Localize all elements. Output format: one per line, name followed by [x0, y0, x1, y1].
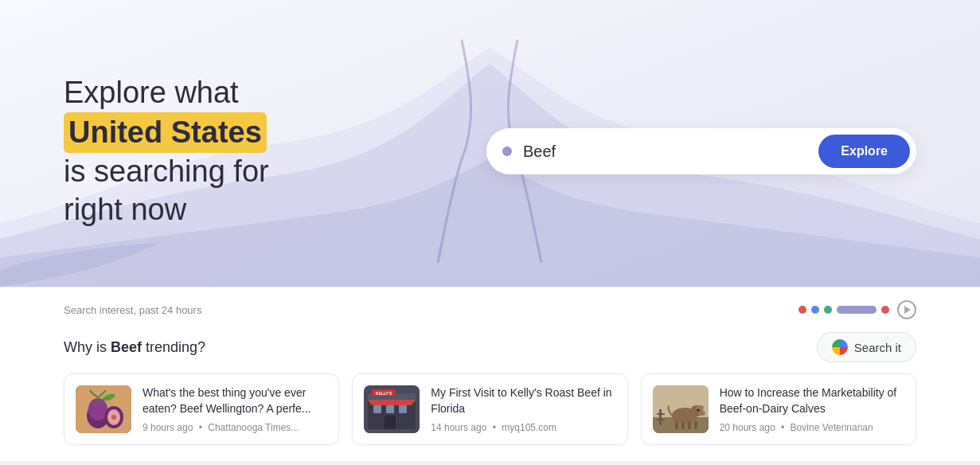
chart-dots: [798, 300, 916, 319]
dot-red2: [881, 306, 889, 314]
card-1-time: 9 hours ago: [143, 422, 193, 433]
card-2-title: My First Visit to Kelly's Roast Beef in …: [431, 385, 615, 416]
svg-rect-10: [373, 405, 381, 413]
svg-rect-23: [688, 421, 691, 429]
search-area: Explore: [486, 128, 916, 174]
card-1-thumbnail: [76, 385, 131, 433]
dot-red: [798, 306, 806, 314]
svg-text:KELLY'S: KELLY'S: [376, 391, 392, 396]
card-3-meta: 20 hours ago • Bovine Veterinarian: [720, 422, 904, 433]
play-icon: [904, 306, 911, 314]
svg-point-26: [697, 409, 699, 412]
title-line2: is searching for: [64, 154, 269, 188]
dot-bar: [837, 306, 877, 314]
hero-section: Explore what United States is searching …: [0, 0, 980, 287]
hero-text-block: Explore what United States is searching …: [64, 74, 269, 229]
cards-row: What's the best thing you've ever eaten?…: [64, 373, 916, 445]
country-highlight: United States: [64, 112, 267, 154]
svg-rect-13: [385, 416, 396, 429]
card-2-info: My First Visit to Kelly's Roast Beef in …: [431, 385, 615, 432]
card-2-thumbnail: KELLY'S: [364, 385, 420, 433]
card-3-time: 20 hours ago: [720, 422, 775, 433]
card-2-time: 14 hours ago: [431, 422, 486, 433]
trending-suffix: trending?: [146, 339, 205, 355]
svg-rect-30: [657, 419, 665, 420]
dot-green: [824, 306, 832, 314]
search-it-button[interactable]: Search it: [817, 332, 916, 362]
trending-prefix: Why is: [64, 339, 107, 355]
svg-point-6: [111, 415, 116, 420]
card-3[interactable]: How to Increase the Marketability of Bee…: [641, 373, 916, 445]
play-button[interactable]: [897, 300, 916, 319]
svg-rect-12: [399, 405, 407, 413]
search-interest-bar: Search interest, past 24 hours: [64, 300, 916, 319]
dot-blue: [811, 306, 819, 314]
svg-rect-11: [386, 405, 394, 413]
title-line1: Explore what: [64, 76, 239, 109]
svg-rect-24: [694, 421, 697, 429]
card-1-title: What's the best thing you've ever eaten?…: [143, 385, 327, 416]
search-dot-icon: [502, 147, 512, 156]
card-1[interactable]: What's the best thing you've ever eaten?…: [64, 373, 339, 445]
card-3-thumbnail: [653, 385, 709, 433]
card-1-source: Chattanooga Times...: [208, 422, 299, 433]
trending-keyword: Beef: [111, 339, 142, 355]
svg-point-27: [699, 411, 705, 416]
card-3-source: Bovine Veterinarian: [791, 422, 873, 433]
trending-header: Why is Beef trending? Search it: [64, 332, 916, 362]
search-bar: Explore: [486, 128, 916, 174]
search-interest-label: Search interest, past 24 hours: [64, 304, 201, 316]
search-it-label: Search it: [854, 341, 901, 354]
explore-button[interactable]: Explore: [818, 135, 910, 168]
title-line3: right now: [64, 193, 186, 226]
bottom-section: Search interest, past 24 hours Why is Be…: [0, 287, 980, 461]
card-2[interactable]: KELLY'S My First Visit to Kelly's Roast …: [352, 373, 627, 445]
google-logo-icon: [832, 339, 848, 355]
trending-title: Why is Beef trending?: [64, 339, 205, 356]
svg-rect-21: [675, 421, 678, 429]
card-3-title: How to Increase the Marketability of Bee…: [720, 385, 904, 416]
card-2-meta: 14 hours ago • myq105.com: [431, 422, 615, 433]
svg-rect-29: [657, 413, 665, 415]
svg-rect-22: [681, 421, 685, 429]
card-3-info: How to Increase the Marketability of Bee…: [720, 385, 904, 432]
card-1-info: What's the best thing you've ever eaten?…: [143, 385, 327, 432]
hero-title: Explore what United States is searching …: [64, 74, 269, 229]
svg-rect-28: [659, 409, 662, 425]
card-2-source: myq105.com: [502, 422, 556, 433]
card-1-meta: 9 hours ago • Chattanooga Times...: [143, 422, 327, 433]
search-input[interactable]: [523, 143, 818, 161]
